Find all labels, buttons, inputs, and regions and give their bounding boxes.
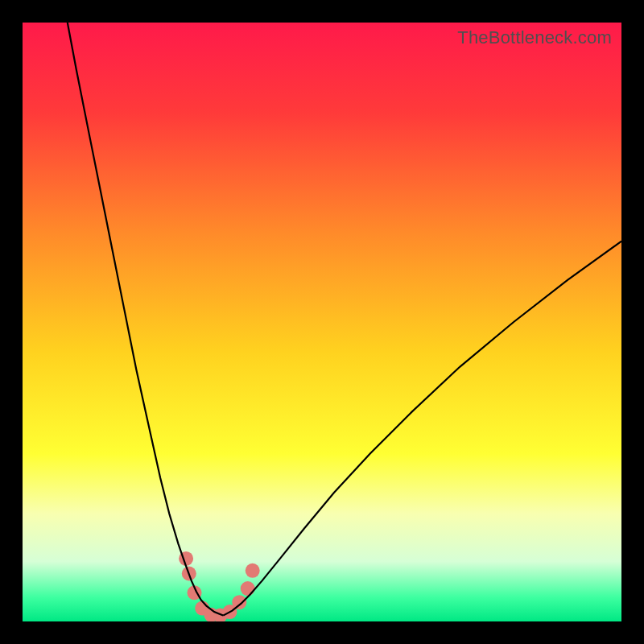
- valley-marker: [241, 581, 255, 596]
- curve-layer: [23, 23, 621, 621]
- left-curve: [68, 23, 223, 616]
- valley-markers: [179, 551, 260, 621]
- right-curve: [223, 242, 621, 616]
- chart-frame: TheBottleneck.com: [0, 0, 644, 644]
- valley-marker: [246, 564, 260, 578]
- plot-area: TheBottleneck.com: [23, 23, 621, 621]
- valley-marker: [232, 595, 246, 609]
- watermark-text: TheBottleneck.com: [457, 27, 612, 48]
